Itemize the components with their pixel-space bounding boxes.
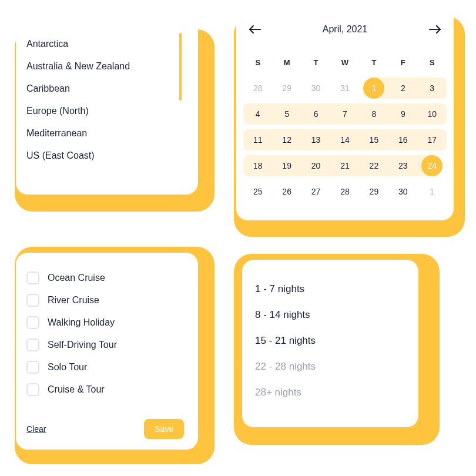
calendar-day: 28	[243, 75, 272, 101]
nights-option: 28+ nights	[255, 380, 405, 405]
trip-type-label: Ocean Cruise	[48, 273, 105, 283]
trip-type-item[interactable]: Self-Driving Tour	[26, 334, 184, 356]
checkbox[interactable]	[26, 361, 39, 374]
calendar-title: April, 2021	[323, 24, 368, 35]
trip-type-item[interactable]: Walking Holiday	[26, 311, 184, 334]
trip-type-item[interactable]: Cruise & Tour	[26, 378, 184, 401]
nights-option[interactable]: 8 - 14 nights	[255, 302, 405, 328]
arrow-right-icon	[428, 25, 441, 34]
calendar-day[interactable]: 27	[301, 179, 330, 205]
trip-type-label: Walking Holiday	[48, 317, 115, 328]
destination-item[interactable]: Antarctica	[26, 33, 182, 55]
destination-item[interactable]: Australia & New Zealand	[26, 55, 182, 78]
calendar-day[interactable]: 5	[272, 101, 301, 127]
scrollbar[interactable]	[179, 33, 182, 100]
nights-option: 22 - 28 nights	[255, 354, 405, 380]
calendar-day[interactable]: 21	[330, 153, 359, 179]
calendar-day[interactable]: 17	[418, 127, 447, 153]
calendar-day[interactable]: 26	[272, 179, 301, 205]
calendar-day[interactable]: 19	[272, 153, 301, 179]
checkbox[interactable]	[26, 338, 39, 351]
calendar-day: 31	[330, 75, 359, 101]
destinations-panel: AntarcticaAustralia & New ZealandCaribbe…	[16, 15, 198, 195]
calendar-day[interactable]: 2	[388, 75, 417, 101]
calendar-day[interactable]: 14	[330, 127, 359, 153]
calendar-panel: April, 2021 SMTWTFS282930311234567891011…	[236, 7, 454, 220]
prev-month-button[interactable]	[247, 21, 263, 38]
trip-type-label: Cruise & Tour	[48, 384, 105, 395]
destination-item[interactable]: Europe (North)	[26, 100, 182, 122]
trip-type-item[interactable]: River Cruise	[26, 289, 184, 311]
calendar-day[interactable]: 6	[301, 101, 330, 127]
calendar-day[interactable]: 23	[388, 153, 417, 179]
calendar-day[interactable]: 24	[418, 153, 447, 179]
trip-type-label: River Cruise	[48, 295, 99, 306]
day-of-week-header: T	[301, 49, 330, 75]
calendar-day[interactable]: 22	[360, 153, 388, 179]
nights-option[interactable]: 15 - 21 nights	[255, 328, 405, 354]
arrow-left-icon	[249, 25, 262, 34]
calendar-day[interactable]: 10	[418, 101, 447, 127]
trip-type-label: Solo Tour	[48, 362, 87, 373]
day-of-week-header: F	[388, 49, 417, 75]
day-of-week-header: S	[418, 49, 447, 75]
calendar-day: 1	[418, 179, 447, 205]
calendar-day[interactable]: 25	[243, 179, 272, 205]
calendar-day[interactable]: 3	[418, 75, 447, 101]
day-of-week-header: W	[330, 49, 359, 75]
calendar-day[interactable]: 9	[388, 101, 417, 127]
trip-type-item[interactable]: Solo Tour	[26, 356, 184, 378]
checkbox[interactable]	[26, 316, 39, 329]
calendar-day[interactable]: 30	[388, 179, 417, 205]
calendar-day[interactable]: 18	[243, 153, 272, 179]
trip-type-item[interactable]: Ocean Cruise	[26, 267, 184, 289]
destination-item[interactable]: US (East Coast)	[26, 145, 182, 167]
trip-type-label: Self-Driving Tour	[48, 340, 117, 350]
trip-types-panel: Ocean CruiseRiver CruiseWalking HolidayS…	[16, 253, 198, 450]
day-of-week-header: M	[272, 49, 301, 75]
nights-panel: 1 - 7 nights8 - 14 nights15 - 21 nights2…	[242, 260, 418, 427]
calendar-day[interactable]: 15	[360, 127, 388, 153]
checkbox[interactable]	[26, 294, 39, 307]
checkbox[interactable]	[26, 271, 39, 284]
nights-option[interactable]: 1 - 7 nights	[255, 276, 405, 302]
calendar-day[interactable]: 20	[301, 153, 330, 179]
next-month-button[interactable]	[427, 21, 443, 38]
day-of-week-header: S	[243, 49, 272, 75]
calendar-day[interactable]: 7	[330, 101, 359, 127]
calendar-day[interactable]: 11	[243, 127, 272, 153]
clear-button[interactable]: Clear	[26, 424, 46, 434]
calendar-day[interactable]: 4	[243, 101, 272, 127]
calendar-day[interactable]: 1	[360, 75, 388, 101]
calendar-day: 29	[272, 75, 301, 101]
calendar-day[interactable]: 12	[272, 127, 301, 153]
save-button[interactable]: Save	[144, 419, 184, 439]
calendar-day: 30	[301, 75, 330, 101]
calendar-day[interactable]: 13	[301, 127, 330, 153]
destination-item[interactable]: Mediterranean	[26, 122, 182, 145]
calendar-day[interactable]: 8	[360, 101, 388, 127]
calendar-day[interactable]: 28	[330, 179, 359, 205]
destination-item[interactable]: Caribbean	[26, 78, 182, 100]
checkbox[interactable]	[26, 383, 39, 396]
calendar-day[interactable]: 29	[360, 179, 388, 205]
day-of-week-header: T	[360, 49, 388, 75]
calendar-day[interactable]: 16	[388, 127, 417, 153]
